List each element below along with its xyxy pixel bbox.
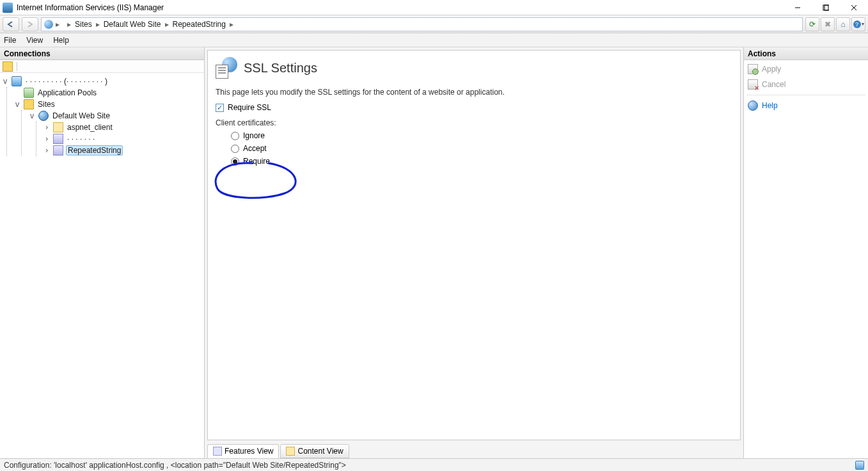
- tree-default-web-site[interactable]: v Default Web Site: [22, 110, 204, 122]
- radio-ignore-row[interactable]: Ignore: [231, 131, 732, 140]
- tree-expander[interactable]: ›: [43, 146, 51, 155]
- stop-button[interactable]: ✖: [821, 17, 835, 31]
- action-apply: Apply: [746, 63, 865, 76]
- iis-app-icon: [3, 3, 13, 13]
- action-apply-label: Apply: [762, 65, 781, 74]
- server-icon: [12, 76, 22, 86]
- refresh-button[interactable]: ⟳: [805, 17, 819, 31]
- tree-aspnet-client[interactable]: › aspnet_client: [36, 122, 204, 133]
- ssl-settings-page: SSL Settings This page lets you modify t…: [207, 50, 741, 440]
- svg-rect-1: [823, 5, 828, 10]
- help-button-toolbar[interactable]: ?▾: [851, 17, 865, 31]
- stop-icon: ✖: [825, 20, 831, 29]
- tab-content-label: Content View: [297, 447, 343, 456]
- ssl-page-icon: [216, 57, 237, 79]
- home-icon: ⌂: [840, 20, 845, 29]
- globe-icon: [38, 111, 49, 121]
- radio-ignore-label: Ignore: [243, 131, 265, 140]
- menu-file[interactable]: File: [4, 36, 16, 45]
- tree-app-pools[interactable]: Application Pools: [7, 87, 204, 99]
- client-certs-label: Client certificates:: [216, 118, 732, 127]
- page-title: SSL Settings: [244, 61, 317, 76]
- require-ssl-checkbox[interactable]: [216, 104, 224, 112]
- help-icon: [748, 100, 758, 111]
- close-button[interactable]: [840, 0, 868, 15]
- tree-repeated-string[interactable]: › RepeatedString: [36, 145, 204, 156]
- app-pools-icon: [24, 88, 34, 98]
- connections-toolbar: [0, 60, 204, 73]
- window-title: Internet Information Services (IIS) Mana…: [17, 3, 784, 12]
- action-help[interactable]: Help: [746, 99, 865, 112]
- radio-accept-row[interactable]: Accept: [231, 144, 732, 153]
- connections-header: Connections: [0, 47, 204, 60]
- menu-help[interactable]: Help: [53, 36, 69, 45]
- tree-expander[interactable]: ›: [43, 123, 51, 132]
- breadcrumb-site[interactable]: Default Web Site: [102, 20, 162, 29]
- app-icon: [53, 134, 63, 144]
- tree-sites[interactable]: v Sites: [7, 99, 204, 110]
- app-icon: [53, 145, 63, 156]
- tree-hidden-node[interactable]: › · · · · · · ·: [36, 133, 204, 145]
- view-tabs: Features View Content View: [205, 443, 743, 458]
- minimize-button[interactable]: [784, 0, 812, 15]
- folder-icon[interactable]: [3, 61, 13, 72]
- maximize-icon: [823, 4, 829, 11]
- arrow-left-icon: [6, 21, 15, 28]
- menu-view[interactable]: View: [26, 36, 43, 45]
- radio-require-row[interactable]: Require: [231, 157, 732, 166]
- globe-icon: [44, 20, 53, 29]
- tree-server-node[interactable]: v · · · · · · · · · (· · · · · · · · · ): [0, 76, 204, 87]
- connections-panel: Connections v · · · · · · · · · (· · · ·…: [0, 47, 205, 458]
- action-help-label: Help: [762, 101, 778, 110]
- actions-panel: Actions Apply Cancel Help: [743, 47, 868, 458]
- tab-features-label: Features View: [225, 447, 273, 456]
- client-certs-radio-group: Ignore Accept Require: [216, 131, 732, 166]
- window-titlebar: Internet Information Services (IIS) Mana…: [0, 0, 868, 15]
- actions-header: Actions: [744, 47, 868, 60]
- status-text: Configuration: 'localhost' applicationHo…: [4, 461, 346, 470]
- tab-content-view[interactable]: Content View: [280, 444, 349, 458]
- radio-require[interactable]: [231, 157, 239, 166]
- menu-bar: File View Help: [0, 33, 868, 47]
- minimize-icon: [794, 4, 801, 11]
- close-icon: [851, 4, 857, 11]
- home-button[interactable]: ⌂: [836, 17, 850, 31]
- radio-ignore[interactable]: [231, 132, 239, 140]
- content-view-icon: [286, 447, 295, 456]
- refresh-icon: ⟳: [809, 20, 816, 29]
- status-bar: Configuration: 'localhost' applicationHo…: [0, 458, 868, 471]
- help-icon: ?: [853, 20, 861, 28]
- apply-icon: [748, 64, 758, 74]
- tree-expander[interactable]: v: [13, 100, 21, 109]
- sites-icon: [24, 99, 34, 109]
- navigation-bar: ▸ ▸ Sites ▸ Default Web Site ▸ RepeatedS…: [0, 15, 868, 33]
- address-bar[interactable]: ▸ ▸ Sites ▸ Default Web Site ▸ RepeatedS…: [41, 17, 803, 31]
- tab-features-view[interactable]: Features View: [207, 444, 279, 458]
- breadcrumb-app[interactable]: RepeatedString: [171, 20, 227, 29]
- arrow-right-icon: [26, 21, 35, 28]
- tree-expander[interactable]: v: [28, 111, 36, 120]
- folder-icon: [53, 122, 63, 132]
- connections-tree[interactable]: v · · · · · · · · · (· · · · · · · · · )…: [0, 73, 204, 458]
- tree-expander[interactable]: ›: [43, 134, 51, 143]
- radio-accept-label: Accept: [243, 144, 267, 153]
- action-cancel-label: Cancel: [762, 80, 785, 89]
- status-icon: [855, 461, 864, 470]
- radio-accept[interactable]: [231, 145, 239, 153]
- features-view-icon: [213, 447, 222, 456]
- require-ssl-label: Require SSL: [228, 103, 271, 112]
- breadcrumb-sites[interactable]: Sites: [74, 20, 93, 29]
- breadcrumb-sep: ▸: [56, 20, 59, 29]
- maximize-button[interactable]: [812, 0, 840, 15]
- tree-expander[interactable]: v: [1, 77, 9, 86]
- action-cancel: Cancel: [746, 78, 865, 91]
- nav-back-button[interactable]: [3, 17, 19, 31]
- content-area: SSL Settings This page lets you modify t…: [205, 47, 743, 458]
- nav-forward-button[interactable]: [22, 17, 38, 31]
- require-ssl-row[interactable]: Require SSL: [216, 103, 732, 112]
- cancel-icon: [748, 79, 758, 90]
- page-description: This page lets you modify the SSL settin…: [216, 88, 732, 97]
- radio-require-label: Require: [243, 157, 270, 166]
